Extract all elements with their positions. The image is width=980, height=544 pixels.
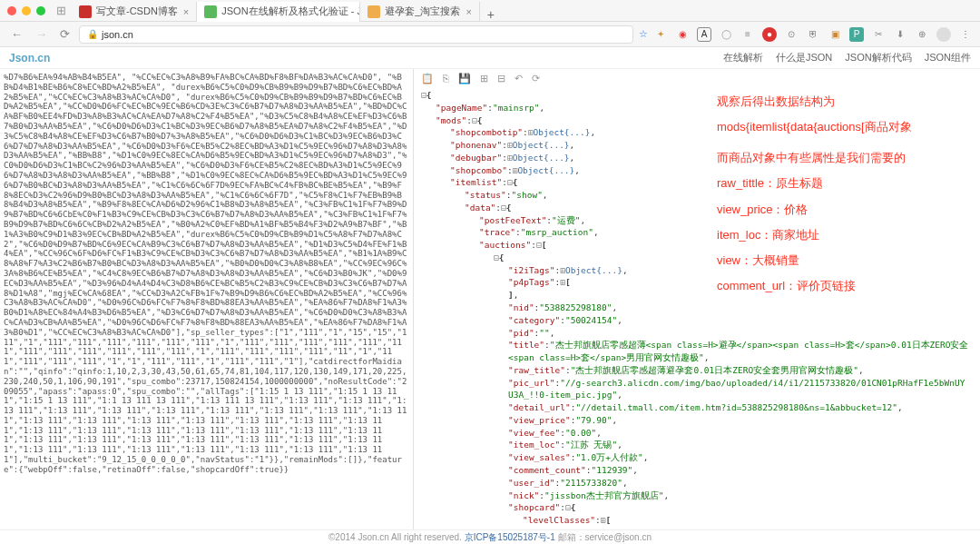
favicon-csdn (79, 5, 92, 18)
ext-icon-p[interactable]: P (849, 27, 864, 42)
maximize-window[interactable] (36, 6, 45, 15)
ext-icon-13[interactable]: ⊕ (915, 27, 929, 42)
favicon-taobao (368, 5, 380, 18)
tab-title: 避孕套_淘宝搜索 (385, 5, 460, 18)
url-input[interactable]: 🔒 json.cn (79, 25, 633, 44)
copy-icon[interactable]: 📋 (421, 73, 434, 84)
ext-icon-7[interactable]: ⊙ (784, 27, 799, 42)
formatted-json-output: 📋 ⎘ 💾 ⊞ ⊟ ↶ ⟳ 观察后得出数据结构为 mods{itemlist{d… (413, 69, 980, 529)
ext-icon-a[interactable]: A (697, 27, 711, 42)
back-button[interactable]: ← (7, 27, 26, 41)
ext-icon-4[interactable]: ◯ (719, 27, 733, 42)
ext-icon-9[interactable]: ▣ (828, 27, 842, 42)
extension-icons: ✦ ◉ A ◯ ≡ ● ⊙ ⛨ ▣ P ✂ ⬇ ⊕ ⋮ (653, 27, 973, 42)
anno-line2: mods{itemlist{data{auctions[商品对象 (717, 118, 971, 136)
anno-line7: view：大概销量 (717, 252, 971, 270)
new-tab-button[interactable]: + (480, 7, 502, 22)
raw-json-input[interactable]: %D7%B6%EA%94%AB%B4%B5EA", "%CC%EC%C3%A8%… (0, 69, 413, 529)
minimize-window[interactable] (22, 6, 31, 15)
nav-link-parse[interactable]: 在线解析 (723, 51, 763, 64)
footer-mail: 邮箱：service@json.cn (558, 532, 652, 542)
url-text: json.cn (102, 29, 133, 40)
tab-taobao[interactable]: 避孕套_淘宝搜索 × (360, 2, 480, 22)
save-icon[interactable]: 💾 (458, 73, 471, 84)
close-icon[interactable]: × (466, 6, 471, 17)
tab-json-cn[interactable]: JSON在线解析及格式化验证 - J × (197, 2, 360, 22)
nav-links: 在线解析 什么是JSON JSON解析代码 JSON组件 (723, 51, 971, 64)
anno-line6: item_loc：商家地址 (717, 226, 971, 244)
reload-button[interactable]: ⟳ (56, 27, 74, 41)
undo-icon[interactable]: ↶ (514, 73, 523, 84)
site-header: Json.cn 在线解析 什么是JSON JSON解析代码 JSON组件 (0, 47, 980, 69)
tab-bar: ⊞ 写文章-CSDN博客 × JSON在线解析及格式化验证 - J × 避孕套_… (0, 0, 980, 22)
footer-icp-link[interactable]: 京ICP备15025187号-1 (465, 532, 555, 542)
ext-icon-abp[interactable]: ● (762, 27, 777, 42)
refresh-icon[interactable]: ⟳ (532, 73, 540, 84)
close-window[interactable] (7, 6, 16, 15)
lock-icon: 🔒 (87, 29, 98, 39)
tab-title: JSON在线解析及格式化验证 - J (221, 5, 360, 18)
tab-title: 写文章-CSDN博客 (96, 5, 178, 18)
ext-icon-11[interactable]: ✂ (871, 27, 886, 42)
footer-copyright: ©2014 Json.cn All right reserved. (328, 532, 462, 542)
menu-icon[interactable]: ⋮ (958, 27, 973, 42)
address-bar: ← → ⟳ 🔒 json.cn ☆ ✦ ◉ A ◯ ≡ ● ⊙ ⛨ ▣ P ✂ … (0, 22, 980, 47)
ext-icon-12[interactable]: ⬇ (893, 27, 907, 42)
nav-link-code[interactable]: JSON解析代码 (845, 51, 911, 64)
nav-link-component[interactable]: JSON组件 (925, 51, 971, 64)
anno-line5: view_price：价格 (717, 201, 971, 219)
anno-line8: comment_url：评价页链接 (717, 277, 971, 295)
avatar-icon[interactable] (936, 27, 951, 42)
copy2-icon[interactable]: ⎘ (443, 73, 449, 84)
tab-list: 写文章-CSDN博客 × JSON在线解析及格式化验证 - J × 避孕套_淘宝… (72, 0, 973, 22)
annotation-overlay: 观察后得出数据结构为 mods{itemlist{data{auctions[商… (717, 93, 971, 302)
traffic-lights (7, 6, 45, 15)
footer: ©2014 Json.cn All right reserved. 京ICP备1… (0, 529, 980, 544)
anno-line1: 观察后得出数据结构为 (717, 93, 971, 111)
site-logo[interactable]: Json.cn (9, 52, 50, 64)
ext-icon-5[interactable]: ≡ (740, 27, 755, 42)
overflow-tabs-icon[interactable]: ⊞ (56, 4, 66, 17)
json-toolbar: 📋 ⎘ 💾 ⊞ ⊟ ↶ ⟳ (414, 69, 980, 87)
ext-icon-2[interactable]: ◉ (675, 27, 690, 42)
close-icon[interactable]: × (183, 6, 189, 17)
tab-csdn[interactable]: 写文章-CSDN博客 × (72, 2, 197, 22)
ext-icon-1[interactable]: ✦ (653, 27, 668, 42)
favicon-json (204, 5, 217, 18)
main-split: %D7%B6%EA%94%AB%B4%B5EA", "%CC%EC%C3%A8%… (0, 69, 980, 529)
collapse-icon[interactable]: ⊟ (497, 73, 505, 84)
star-icon[interactable]: ☆ (639, 28, 648, 40)
forward-button[interactable]: → (32, 27, 51, 41)
anno-line3: 而商品对象中有些属性是我们需要的 (717, 149, 971, 167)
ext-icon-8[interactable]: ⛨ (806, 27, 820, 42)
nav-link-whatis[interactable]: 什么是JSON (776, 51, 832, 64)
expand-icon[interactable]: ⊞ (480, 73, 488, 84)
anno-line4: raw_tittle：原生标题 (717, 174, 971, 193)
